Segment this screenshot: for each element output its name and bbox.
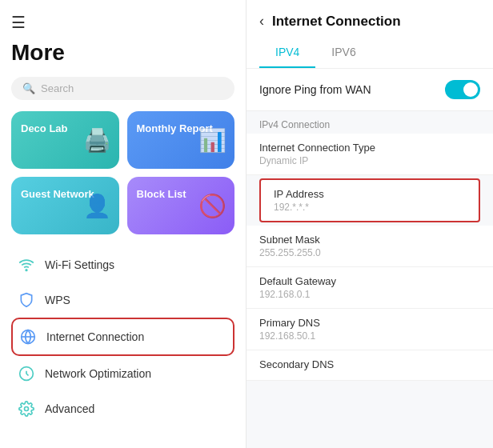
- card-guest-network-icon: 👤: [83, 193, 111, 219]
- sidebar-item-wifi-settings-label: Wi-Fi Settings: [45, 258, 114, 271]
- tabs-row: IPV4 IPV6: [246, 38, 493, 69]
- svg-point-4: [25, 407, 29, 411]
- tab-ipv6[interactable]: IPV6: [315, 38, 371, 68]
- sidebar-item-advanced[interactable]: Advanced: [11, 391, 234, 426]
- optimize-icon: [18, 365, 35, 382]
- wps-icon: [18, 291, 35, 309]
- card-deco-lab[interactable]: Deco Lab 🖨️: [11, 111, 119, 169]
- field-primary-dns-label: Primary DNS: [259, 317, 480, 329]
- ignore-ping-label: Ignore Ping from WAN: [259, 83, 371, 96]
- right-panel-title: Internet Connection: [272, 14, 401, 30]
- back-button[interactable]: ‹: [259, 13, 264, 30]
- hamburger-menu[interactable]: ☰: [11, 13, 234, 32]
- search-icon: 🔍: [22, 82, 35, 94]
- sidebar-item-wps[interactable]: WPS: [11, 282, 234, 318]
- card-deco-lab-icon: 🖨️: [83, 127, 111, 154]
- field-connection-type-value: Dynamic IP: [259, 155, 480, 166]
- field-ip-address-label: IP Address: [274, 188, 466, 200]
- card-monthly-report[interactable]: Monthly Report 📊: [127, 111, 235, 169]
- field-default-gateway-label: Default Gateway: [259, 275, 480, 287]
- field-primary-dns: Primary DNS 192.168.50.1: [246, 309, 493, 350]
- sidebar-item-internet-connection[interactable]: Internet Connection: [11, 318, 234, 356]
- field-default-gateway: Default Gateway 192.168.0.1: [246, 267, 493, 309]
- field-subnet-mask-value: 255.255.255.0: [259, 247, 480, 258]
- left-panel: ☰ More 🔍 Search Deco Lab 🖨️ Monthly Repo…: [0, 0, 246, 448]
- card-grid: Deco Lab 🖨️ Monthly Report 📊 Guest Netwo…: [11, 111, 234, 234]
- sidebar-item-network-optimization-label: Network Optimization: [45, 367, 151, 380]
- ipv4-connection-label: IPv4 Connection: [259, 111, 480, 134]
- right-panel: ‹ Internet Connection IPV4 IPV6 Ignore P…: [246, 0, 493, 448]
- ignore-ping-toggle[interactable]: [445, 80, 480, 99]
- field-ip-address: IP Address 192.*.*.*: [259, 178, 480, 222]
- sidebar-item-advanced-label: Advanced: [45, 402, 94, 415]
- field-primary-dns-value: 192.168.50.1: [259, 330, 480, 342]
- field-secondary-dns-label: Secondary DNS: [259, 358, 480, 370]
- sidebar-item-network-optimization[interactable]: Network Optimization: [11, 356, 234, 391]
- search-placeholder: Search: [41, 82, 74, 94]
- right-content: Ignore Ping from WAN IPv4 Connection Int…: [246, 69, 493, 448]
- sidebar-item-internet-connection-label: Internet Connection: [46, 330, 144, 343]
- right-header: ‹ Internet Connection: [246, 0, 493, 38]
- card-guest-network[interactable]: Guest Network 👤: [11, 177, 119, 234]
- tab-ipv4[interactable]: IPV4: [259, 38, 315, 68]
- field-default-gateway-value: 192.168.0.1: [259, 289, 480, 300]
- card-block-list-icon: 🚫: [198, 193, 226, 219]
- field-connection-type: Internet Connection Type Dynamic IP: [246, 134, 493, 175]
- page-title: More: [11, 40, 234, 66]
- sidebar-item-wifi-settings[interactable]: Wi-Fi Settings: [11, 247, 234, 282]
- field-ip-address-value: 192.*.*.*: [274, 202, 466, 213]
- ignore-ping-row: Ignore Ping from WAN: [246, 69, 493, 111]
- field-subnet-mask-label: Subnet Mask: [259, 234, 480, 246]
- sidebar-item-wps-label: WPS: [45, 294, 70, 306]
- svg-point-0: [26, 270, 27, 271]
- field-subnet-mask: Subnet Mask 255.255.255.0: [246, 226, 493, 267]
- menu-list: Wi-Fi Settings WPS Internet Connection: [11, 247, 234, 426]
- wifi-icon: [18, 256, 35, 274]
- card-monthly-report-icon: 📊: [198, 127, 226, 154]
- field-secondary-dns: Secondary DNS: [246, 350, 493, 381]
- card-block-list[interactable]: Block List 🚫: [127, 177, 235, 234]
- globe-icon: [19, 328, 37, 346]
- gear-icon: [18, 400, 35, 418]
- search-bar[interactable]: 🔍 Search: [11, 77, 234, 100]
- field-connection-type-label: Internet Connection Type: [259, 142, 480, 154]
